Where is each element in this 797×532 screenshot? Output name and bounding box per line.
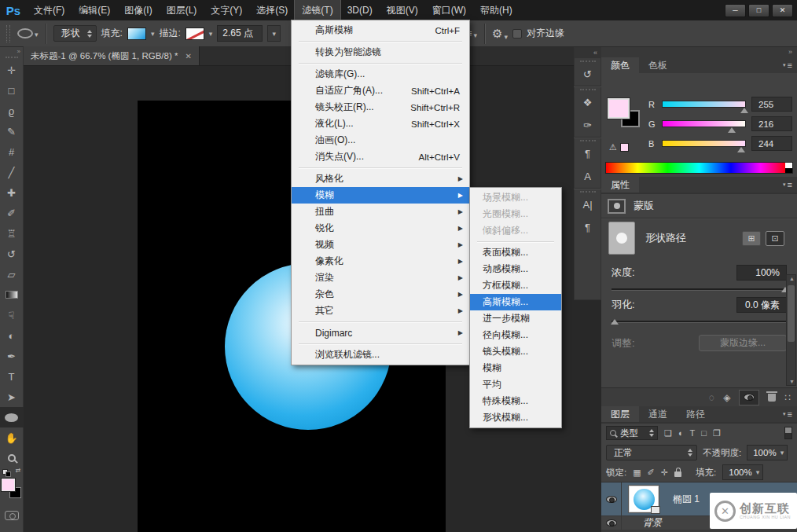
menu-item-browse-filters-online[interactable]: 浏览联机滤镜... [292,347,469,363]
filter-type-select[interactable]: 类型 [606,426,658,440]
move-tool[interactable]: ✛ [0,60,24,80]
menu-edit[interactable]: 编辑(E) [72,0,117,20]
menu-help[interactable]: 帮助(H) [473,0,520,20]
rectangular-marquee-tool[interactable]: □ [0,80,24,101]
slider-handle[interactable] [740,108,748,113]
layer-thumbnail[interactable] [622,482,666,515]
spot-healing-brush-tool[interactable]: ✚ [0,182,24,203]
layer-thumbnail[interactable] [622,520,636,526]
slider-handle[interactable] [728,127,736,133]
tab-layers[interactable]: 图层 [601,406,639,422]
blend-mode-select[interactable]: 正常 [606,445,697,460]
filter-by-adjustment-icon[interactable]: ◐ [678,428,684,438]
tab-color[interactable]: 颜色 [601,57,639,73]
menu-item-digimarc[interactable]: Digimarc▶ [292,325,469,341]
dodge-tool[interactable]: ◐ [0,325,24,346]
tab-properties[interactable]: 属性 [601,177,639,193]
tab-channels[interactable]: 通道 [639,406,677,422]
layer-visibility-toggle[interactable] [601,482,622,515]
menu-item-video[interactable]: 视频▶ [292,237,469,253]
layer-name[interactable]: 椭圆 1 [673,493,700,506]
opacity-field[interactable]: 100% ▾ [747,445,788,460]
zoom-tool[interactable] [0,448,24,468]
tab-swatches[interactable]: 色板 [639,57,677,73]
panel-menu-button[interactable]: ▾≡ [783,409,792,419]
stroke-swatch[interactable] [185,28,204,40]
quick-mask-button[interactable] [5,511,19,520]
foreground-color-swatch[interactable] [608,98,630,119]
stroke-width-dropdown[interactable]: ▾ [267,25,281,42]
red-slider[interactable] [662,101,746,108]
menu-item-oil-paint[interactable]: 油画(O)... [292,132,469,149]
maximize-button[interactable]: □ [748,4,769,17]
menu-item-gaussian-blur-repeat[interactable]: 高斯模糊Ctrl+F [292,22,469,39]
gamut-color-swatch[interactable] [620,143,629,152]
filter-by-smart-object-icon[interactable]: ❐ [713,428,721,438]
fill-swatch[interactable] [127,28,146,40]
brush-presets-panel-button[interactable]: ❖ [574,91,601,114]
collapse-panels-button[interactable]: » [601,47,797,57]
filter-by-image-icon[interactable]: ❏ [664,428,672,438]
menu-type[interactable]: 文字(Y) [204,0,249,20]
menu-item-blur-simple[interactable]: 模糊 [470,360,561,376]
lock-all-icon[interactable] [674,471,681,477]
menu-item-adaptive-wide-angle[interactable]: 自适应广角(A)...Shift+Ctrl+A [292,83,469,99]
lasso-tool[interactable]: ϱ [0,101,24,121]
menu-item-surface-blur[interactable]: 表面模糊... [470,244,561,261]
menu-item-gaussian-blur[interactable]: 高斯模糊... [470,294,561,310]
layer-name[interactable]: 背景 [643,516,662,530]
red-value-field[interactable]: 255 [751,97,792,112]
slider-handle[interactable] [611,319,619,325]
brush-tool[interactable]: ✐ [0,203,24,223]
properties-scrollbar[interactable]: ▲ ▼ [786,274,796,386]
menu-item-lens-blur[interactable]: 镜头模糊... [470,343,561,360]
filter-by-type-icon[interactable]: T [690,428,696,438]
scrollbar-thumb[interactable] [788,285,795,342]
delete-mask-icon[interactable] [768,394,776,402]
fill-field[interactable]: 100% ▾ [722,464,763,480]
color-spectrum-ramp[interactable] [605,162,793,174]
menu-3d[interactable]: 3D(D) [340,0,380,20]
history-panel-button[interactable]: ↺ [574,63,601,86]
scroll-up-icon[interactable]: ▲ [789,276,795,281]
vector-mask-button[interactable]: ⊡ [766,231,784,246]
shape-path-thumbnail[interactable] [608,222,635,255]
toggle-mask-button[interactable] [739,390,759,405]
add-pixel-mask-button[interactable]: ⊞ [742,231,761,246]
smudge-tool[interactable]: ☟ [0,305,24,325]
lock-transparency-icon[interactable]: ▦ [633,468,641,478]
close-button[interactable]: ✕ [772,4,793,17]
menu-select[interactable]: 选择(S) [249,0,295,20]
menu-item-shape-blur[interactable]: 形状模糊... [470,409,561,426]
align-edges-checkbox[interactable] [512,29,522,39]
gradient-tool[interactable] [0,284,24,305]
density-value-field[interactable]: 100% [736,265,787,281]
tool-preset-picker[interactable]: ▾ [17,28,39,39]
feather-slider[interactable] [612,321,787,322]
apply-mask-icon[interactable]: ◈ [723,392,730,403]
green-slider[interactable] [662,120,746,127]
character-styles-panel-button[interactable]: ¶ [574,142,601,165]
stroke-width-field[interactable]: 2.65 点 [217,25,263,42]
swap-colors-icon[interactable]: ⇄ [16,467,21,474]
geometry-options-button[interactable]: ⚙ ▾ [492,27,508,41]
menu-item-sharpen[interactable]: 锐化▶ [292,220,469,237]
scroll-down-icon[interactable]: ▼ [789,379,795,384]
menu-item-blur[interactable]: 模糊▶ [292,187,469,204]
filter-by-shape-icon[interactable]: □ [701,428,707,438]
menu-layer[interactable]: 图层(L) [160,0,204,20]
blue-value-field[interactable]: 244 [751,136,792,151]
menu-item-blur-more[interactable]: 进一步模糊 [470,310,561,327]
quick-selection-tool[interactable]: ✎ [0,121,24,141]
menu-item-other[interactable]: 其它▶ [292,303,469,319]
tab-close-icon[interactable]: ✕ [185,52,191,61]
menu-item-vanishing-point[interactable]: 消失点(V)...Alt+Ctrl+V [292,149,469,165]
menu-item-smart-blur[interactable]: 特殊模糊... [470,393,561,409]
ellipse-tool[interactable] [0,407,24,427]
menu-item-average[interactable]: 平均 [470,376,561,393]
menu-item-motion-blur[interactable]: 动感模糊... [470,261,561,277]
toolbar-collapse-button[interactable]: » [0,47,23,56]
eyedropper-tool[interactable]: ╱ [0,162,24,182]
menu-item-convert-smart-filters[interactable]: 转换为智能滤镜 [292,44,469,61]
blue-slider[interactable] [662,140,746,147]
